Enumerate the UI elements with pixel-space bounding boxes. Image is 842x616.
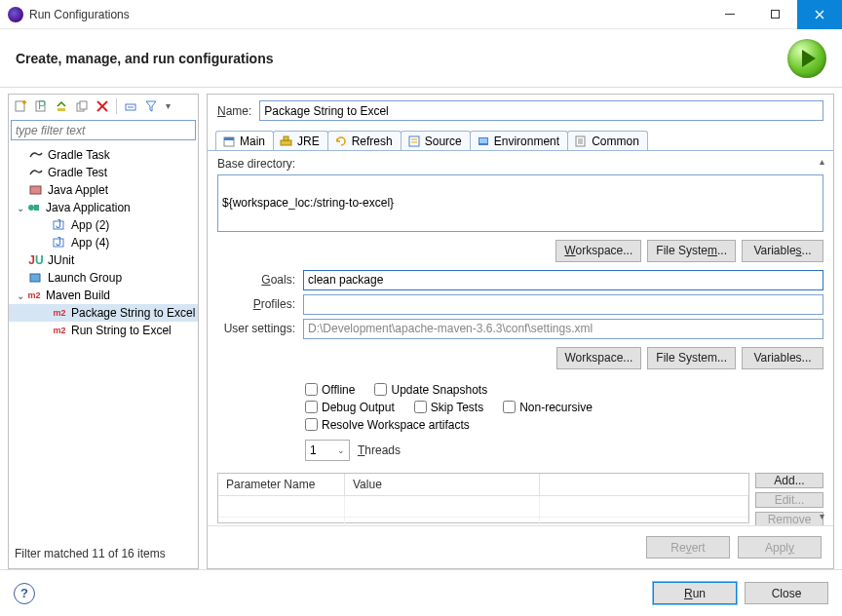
new-config-icon[interactable] [13, 98, 28, 114]
settings-filesystem-button[interactable]: File System... [647, 347, 736, 369]
name-input[interactable] [259, 100, 823, 121]
svg-text:P: P [38, 99, 46, 112]
threads-value: 1 [310, 443, 317, 457]
tree-item-junit[interactable]: JU JUnit [9, 251, 198, 269]
filter-menu-chevron-icon[interactable]: ▾ [164, 98, 172, 114]
filter-icon[interactable] [143, 98, 159, 114]
resolve-workspace-checkbox[interactable]: Resolve Workspace artifacts [305, 418, 470, 432]
tab-environment[interactable]: Environment [470, 131, 568, 150]
scroll-down-icon[interactable]: ▾ [814, 508, 829, 523]
config-tree[interactable]: Gradle Task Gradle Test Java Applet ⌄ Ja… [9, 142, 198, 541]
close-window-button[interactable] [797, 0, 842, 29]
profiles-input[interactable] [303, 294, 823, 315]
filter-status: Filter matched 11 of 16 items [9, 541, 198, 568]
java-app-icon [26, 201, 42, 214]
svg-rect-24 [281, 140, 291, 145]
goals-label: Goals: [217, 273, 295, 287]
table-row[interactable] [218, 518, 748, 526]
minimize-button[interactable] [708, 0, 752, 29]
content-area: P ▾ Gradle Task Gradle Test [0, 88, 842, 569]
run-configurations-dialog: Run Configurations Create, manage, and r… [0, 0, 842, 616]
table-row[interactable] [218, 496, 748, 518]
col-value: Value [345, 474, 540, 495]
tree-item-package-string-to-excel[interactable]: m2 Package String to Excel [9, 304, 198, 322]
eclipse-icon [8, 7, 23, 22]
tree-item-app-2[interactable]: J App (2) [9, 216, 198, 234]
svg-text:J: J [56, 219, 61, 231]
tab-common[interactable]: Common [567, 131, 648, 150]
applet-icon [28, 183, 44, 197]
tree-item-gradle-test[interactable]: Gradle Test [9, 164, 198, 181]
debug-output-checkbox[interactable]: Debug Output [305, 401, 395, 414]
svg-rect-30 [479, 138, 487, 143]
expand-toggle-icon[interactable]: ⌄ [15, 203, 26, 213]
tree-item-gradle-task[interactable]: Gradle Task [9, 146, 198, 164]
base-directory-input[interactable] [217, 174, 823, 232]
user-settings-input[interactable] [303, 319, 823, 339]
collapse-all-icon[interactable] [123, 98, 138, 114]
tab-source[interactable]: Source [401, 131, 471, 150]
run-button[interactable]: Run [653, 582, 737, 604]
maven-icon: m2 [52, 306, 67, 320]
goals-input[interactable] [303, 270, 823, 290]
settings-workspace-button[interactable]: Workspace... [556, 347, 642, 369]
base-dir-filesystem-button[interactable]: File System... [647, 240, 736, 262]
base-directory-label: Base directory: [217, 157, 823, 171]
profiles-label: Profiles: [217, 297, 295, 311]
maven-icon: m2 [26, 289, 42, 302]
toolbar-separator [116, 98, 117, 114]
configuration-form: Name: Main JRE Refresh Source [207, 94, 834, 569]
threads-spinner[interactable]: 1 ⌄ [305, 440, 350, 461]
tab-main[interactable]: Main [215, 131, 274, 150]
expand-toggle-icon[interactable]: ⌄ [15, 290, 26, 301]
maximize-button[interactable] [752, 0, 797, 29]
tree-item-java-application[interactable]: ⌄ Java Application [9, 199, 198, 216]
help-icon[interactable]: ? [14, 583, 35, 604]
configurations-panel: P ▾ Gradle Task Gradle Test [8, 94, 199, 569]
tabs: Main JRE Refresh Source Environment [208, 127, 833, 151]
svg-rect-21 [30, 274, 40, 282]
svg-rect-26 [409, 136, 419, 146]
tree-item-run-string-to-excel[interactable]: m2 Run String to Excel [9, 322, 198, 339]
filter-input[interactable] [11, 120, 196, 140]
tab-jre[interactable]: JRE [273, 131, 328, 150]
svg-rect-25 [284, 136, 288, 140]
user-settings-label: User settings: [217, 322, 295, 335]
settings-variables-button[interactable]: Variables... [742, 347, 823, 369]
export-icon[interactable] [54, 98, 69, 114]
run-large-icon [787, 39, 826, 78]
tree-item-app-4[interactable]: J App (4) [9, 234, 198, 251]
edit-parameter-button[interactable]: Edit... [755, 492, 823, 508]
update-snapshots-checkbox[interactable]: Update Snapshots [374, 383, 487, 397]
col-parameter-name: Parameter Name [218, 474, 345, 495]
tree-item-java-applet[interactable]: Java Applet [9, 181, 198, 199]
svg-rect-14 [30, 186, 41, 194]
tab-refresh[interactable]: Refresh [327, 131, 402, 150]
dialog-bottom-bar: ? Run Close [0, 569, 842, 616]
duplicate-icon[interactable] [74, 98, 90, 114]
left-toolbar: P ▾ [9, 95, 198, 118]
skip-tests-checkbox[interactable]: Skip Tests [414, 401, 483, 414]
col-empty [540, 474, 748, 495]
add-parameter-button[interactable]: Add... [755, 473, 823, 488]
base-dir-variables-button[interactable]: Variables... [742, 240, 823, 262]
revert-button[interactable]: Revert [646, 536, 730, 558]
launch-group-icon [28, 271, 44, 285]
header-text: Create, manage, and run configurations [16, 51, 274, 66]
non-recursive-checkbox[interactable]: Non-recursive [503, 401, 593, 414]
tree-item-maven-build[interactable]: ⌄ m2 Maven Build [9, 287, 198, 304]
main-tab-body: ▴ Base directory: Workspace... File Syst… [208, 151, 833, 525]
scroll-up-icon[interactable]: ▴ [814, 153, 829, 169]
svg-rect-16 [34, 205, 39, 211]
window-title: Run Configurations [29, 8, 708, 21]
apply-button[interactable]: Apply [738, 536, 822, 558]
tree-item-launch-group[interactable]: Launch Group [9, 269, 198, 287]
base-dir-workspace-button[interactable]: Workspace... [555, 240, 641, 262]
offline-checkbox[interactable]: Offline [305, 383, 355, 397]
svg-point-15 [28, 205, 34, 211]
parameters-table[interactable]: Parameter Name Value [217, 473, 749, 524]
delete-icon[interactable] [95, 98, 110, 114]
new-prototype-icon[interactable]: P [33, 98, 49, 114]
chevron-down-icon[interactable]: ⌄ [337, 445, 345, 455]
close-button[interactable]: Close [745, 582, 828, 604]
